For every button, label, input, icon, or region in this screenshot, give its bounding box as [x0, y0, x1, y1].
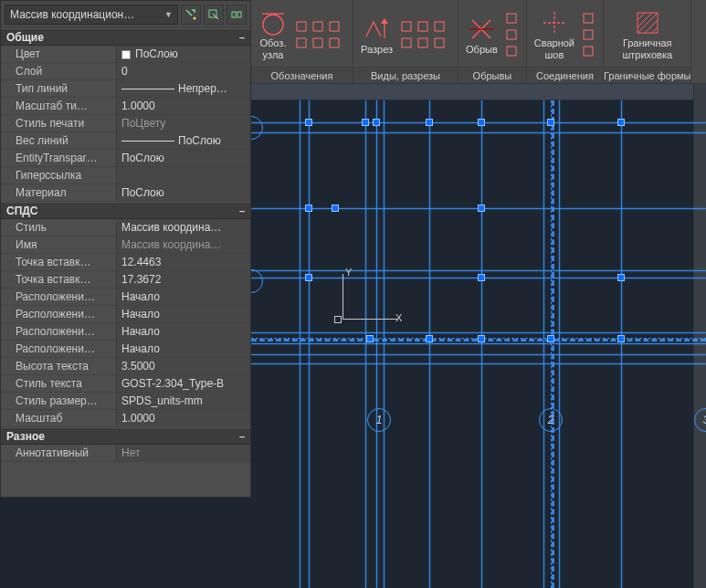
property-row[interactable]: Расположени…Начало — [1, 306, 250, 323]
svg-rect-22 — [584, 30, 593, 39]
svg-rect-3 — [313, 22, 322, 31]
property-row[interactable]: Вес линийПоСлою — [1, 132, 250, 150]
ribbon-small-button[interactable] — [294, 36, 309, 50]
ribbon-small-button[interactable] — [432, 36, 447, 50]
svg-rect-5 — [297, 38, 306, 47]
svg-rect-28 — [237, 12, 241, 17]
ribbon-big-button[interactable]: Разрез — [358, 13, 395, 58]
section-header[interactable]: Общие– — [1, 28, 250, 46]
ribbon-small-button[interactable] — [327, 36, 342, 50]
svg-marker-8 — [381, 18, 388, 24]
ribbon-big-button[interactable]: Граничнаяштриховка — [619, 6, 675, 62]
ribbon-small-button[interactable] — [294, 19, 309, 34]
ribbon-big-button[interactable]: Обрыв — [463, 13, 501, 58]
svg-rect-13 — [418, 38, 427, 47]
ribbon-small-button[interactable] — [311, 36, 325, 50]
svg-rect-10 — [418, 22, 427, 31]
property-row[interactable]: EntityTranspar…ПоСлою — [1, 150, 250, 167]
svg-rect-9 — [402, 22, 411, 31]
svg-rect-12 — [402, 38, 411, 47]
property-row[interactable]: Тип линийНепрер… — [1, 80, 250, 98]
axis-bubble-3[interactable]: 3 — [694, 408, 706, 432]
property-row[interactable]: СтильМассив координа… — [1, 219, 250, 236]
ribbon-small-button[interactable] — [504, 11, 519, 26]
ribbon-small-button[interactable] — [504, 44, 519, 58]
canvas-ruler-top — [251, 84, 706, 100]
property-row[interactable]: Масштаб ти…1.0000 — [1, 98, 250, 115]
ribbon-small-button[interactable] — [416, 36, 430, 50]
ribbon-group-label: Обрывы — [458, 67, 526, 83]
property-row[interactable]: Точка вставк…12.4463 — [1, 254, 250, 271]
properties-panel: Массив координацион…▼ Общие–ЦветПоСлоюСл… — [0, 0, 251, 498]
property-row[interactable]: Стиль печатиПоЦвету — [1, 115, 250, 132]
ribbon-group-label: Граничные формы — [604, 67, 690, 83]
property-row[interactable]: Стиль текстаGOST-2.304_Type-B — [1, 375, 250, 393]
property-row[interactable]: Расположени…Начало — [1, 341, 250, 358]
ribbon-small-button[interactable] — [581, 44, 595, 58]
select-objects-button[interactable] — [204, 5, 224, 25]
ribbon-group: Обоз.узлаОбозначения — [251, 0, 353, 83]
svg-rect-23 — [584, 47, 593, 56]
ribbon-group: ГраничнаяштриховкаГраничные формы — [604, 0, 691, 83]
ribbon-group: ОбрывОбрывы — [458, 0, 527, 83]
svg-rect-17 — [507, 30, 516, 39]
ribbon-big-button[interactable]: Обоз.узла — [256, 6, 290, 62]
section-header[interactable]: Разное– — [1, 427, 250, 445]
property-row[interactable]: АннотативныйНет — [1, 445, 250, 462]
ribbon: Обоз.узлаОбозначенияРазрезВиды, разрезыО… — [251, 0, 706, 84]
svg-rect-11 — [435, 22, 444, 31]
svg-rect-6 — [313, 38, 322, 47]
svg-rect-16 — [507, 14, 516, 23]
ribbon-small-button[interactable] — [581, 11, 595, 26]
property-row[interactable]: Слой0 — [1, 63, 250, 80]
property-row[interactable]: Масштаб1.0000 — [1, 410, 250, 427]
property-row[interactable]: Точка вставк…17.3672 — [1, 271, 250, 289]
ribbon-small-button[interactable] — [399, 19, 414, 34]
property-row[interactable]: ИмяМассив координа… — [1, 236, 250, 254]
svg-rect-27 — [232, 12, 236, 17]
svg-rect-2 — [297, 22, 306, 31]
toggle-pickadd-button[interactable] — [227, 5, 247, 25]
svg-rect-18 — [507, 47, 516, 56]
ribbon-group-label: Обозначения — [251, 67, 353, 83]
svg-rect-4 — [330, 22, 339, 31]
axis-bubble-2[interactable]: 2 — [539, 408, 563, 432]
property-row[interactable]: Стиль размер…SPDS_units-mm — [1, 393, 250, 410]
svg-point-0 — [263, 15, 283, 35]
ribbon-group: СварнойшовСоединения — [527, 0, 604, 83]
ribbon-small-button[interactable] — [311, 19, 325, 34]
svg-rect-7 — [330, 38, 339, 47]
ribbon-small-button[interactable] — [399, 36, 414, 50]
section-header[interactable]: СПДС– — [1, 202, 250, 219]
svg-rect-14 — [435, 38, 444, 47]
ribbon-group-label: Виды, разрезы — [353, 67, 458, 83]
ribbon-group: РазрезВиды, разрезы — [353, 0, 458, 83]
axis-bubble-1[interactable]: 1 — [367, 408, 391, 432]
svg-point-25 — [194, 16, 196, 19]
property-row[interactable]: Гиперссылка — [1, 167, 250, 184]
properties-titlebar: Массив координацион…▼ — [1, 1, 250, 28]
ribbon-small-button[interactable] — [416, 19, 430, 34]
property-row[interactable]: Высота текста3.5000 — [1, 358, 250, 375]
drawing-area[interactable]: 1 2 3 Y X — [251, 100, 706, 588]
object-type-combo[interactable]: Массив координацион…▼ — [5, 5, 178, 25]
svg-rect-21 — [584, 14, 593, 23]
property-row[interactable]: Расположени…Начало — [1, 289, 250, 306]
ribbon-small-button[interactable] — [432, 19, 447, 34]
quick-select-button[interactable] — [181, 5, 201, 25]
ribbon-group-label: Соединения — [527, 67, 603, 83]
property-row[interactable]: Расположени…Начало — [1, 323, 250, 341]
ribbon-small-button[interactable] — [504, 27, 519, 42]
property-row[interactable]: ЦветПоСлою — [1, 46, 250, 63]
ribbon-small-button[interactable] — [327, 19, 342, 34]
ribbon-small-button[interactable] — [581, 27, 595, 42]
ribbon-big-button[interactable]: Сварнойшов — [532, 6, 577, 62]
property-row[interactable]: МатериалПоСлою — [1, 184, 250, 202]
